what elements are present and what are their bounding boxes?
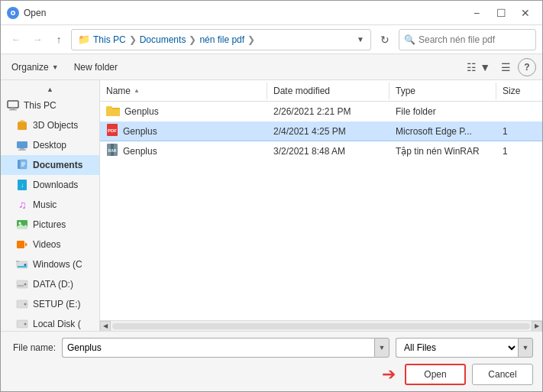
file-type-cell: Microsoft Edge P... — [389, 126, 496, 137]
file-name-cell: RAR Genplus — [100, 143, 267, 159]
svg-marker-23 — [25, 242, 27, 247]
toolbar: Organize ▼ New folder ☷ ▼ ☰ ? — [1, 54, 542, 80]
search-input[interactable] — [419, 34, 531, 45]
organize-button[interactable]: Organize ▼ — [7, 60, 63, 75]
svg-rect-9 — [20, 148, 24, 150]
close-button[interactable]: ✕ — [515, 4, 536, 22]
sidebar-item-local-disk[interactable]: Local Disk ( — [1, 314, 99, 331]
sidebar-item-music[interactable]: ♫ Music — [1, 195, 99, 215]
file-name: Genplus — [123, 146, 157, 157]
svg-text:RAR: RAR — [108, 148, 117, 153]
window-controls: − ☐ ✕ — [466, 4, 536, 22]
help-button[interactable]: ? — [518, 58, 536, 76]
col-header-type[interactable]: Type — [389, 83, 496, 99]
svg-point-25 — [24, 264, 27, 266]
col-header-size-label: Size — [503, 86, 520, 96]
main-area: ▲ This PC — [1, 80, 542, 331]
toolbar-right: ☷ ▼ ☰ ? — [463, 58, 536, 76]
svg-text:♫: ♫ — [18, 199, 27, 211]
svg-rect-5 — [9, 109, 17, 111]
svg-marker-7 — [18, 120, 27, 122]
file-list: Genplus 2/26/2021 2:21 PM File folder PD… — [100, 102, 542, 320]
arrow-indicator: ➔ — [382, 364, 396, 384]
svg-text:PDF: PDF — [108, 128, 117, 133]
sidebar-item-videos[interactable]: Videos — [1, 235, 99, 254]
svg-rect-27 — [16, 261, 19, 262]
col-header-date-label: Date modified — [273, 86, 330, 96]
back-button[interactable]: ← — [7, 31, 25, 49]
filename-input[interactable] — [62, 338, 374, 358]
sidebar-item-this-pc[interactable]: This PC — [1, 96, 99, 115]
sidebar-scroll-up[interactable]: ▲ — [1, 83, 99, 96]
file-date-cell: 2/4/2021 4:25 PM — [267, 126, 389, 137]
sidebar-item-3d-objects[interactable]: 3D Objects — [1, 115, 99, 135]
sidebar-item-setup[interactable]: SETUP (E:) — [1, 294, 99, 314]
col-header-size[interactable]: Size — [496, 83, 542, 99]
svg-text:↓: ↓ — [21, 182, 24, 189]
sidebar-item-data[interactable]: DATA (D:) — [1, 274, 99, 294]
cancel-button[interactable]: Cancel — [472, 364, 533, 385]
open-button-label: Open — [424, 369, 446, 380]
pdf-icon: PDF — [106, 123, 118, 139]
svg-rect-40 — [106, 106, 112, 110]
open-dialog: Open − ☐ ✕ ← → ↑ 📁 This PC ❯ Documents ❯… — [0, 0, 543, 392]
sort-asc-icon: ▲ — [134, 87, 140, 94]
file-name: Genplus — [123, 126, 157, 137]
sidebar-item-label: Downloads — [33, 180, 78, 190]
new-folder-button[interactable]: New folder — [69, 60, 122, 75]
forward-button[interactable]: → — [28, 31, 47, 49]
minimize-button[interactable]: − — [466, 4, 487, 22]
refresh-button[interactable]: ↻ — [374, 29, 396, 50]
table-row[interactable]: Genplus 2/26/2021 2:21 PM File folder — [100, 102, 542, 121]
filetype-dropdown-button[interactable]: ▼ — [518, 338, 533, 358]
videos-icon — [16, 238, 28, 251]
search-box: 🔍 — [399, 29, 536, 50]
scroll-left-button[interactable]: ◀ — [100, 321, 111, 332]
sidebar-item-documents[interactable]: Documents — [1, 155, 99, 175]
file-header: Name ▲ Date modified Type Size — [100, 80, 542, 102]
sidebar: ▲ This PC — [1, 80, 100, 331]
breadcrumb-dropdown[interactable]: ▼ — [357, 35, 364, 44]
organize-dropdown-arrow: ▼ — [52, 63, 59, 71]
local-disk-icon — [16, 318, 28, 330]
view-options-button[interactable]: ☷ ▼ — [463, 59, 494, 76]
scroll-right-button[interactable]: ▶ — [532, 321, 542, 332]
open-button[interactable]: Open — [405, 364, 466, 385]
bottom-bar: File name: ▼ All Files ▼ ➔ Open Cancel — [1, 331, 542, 391]
filetype-select[interactable]: All Files — [396, 338, 518, 358]
up-button[interactable]: ↑ — [50, 31, 68, 49]
sidebar-item-downloads[interactable]: ↓ Downloads — [1, 175, 99, 195]
sidebar-item-pictures[interactable]: Pictures — [1, 215, 99, 235]
pane-button[interactable]: ☰ — [497, 59, 515, 76]
breadcrumb-this-pc[interactable]: This PC — [93, 34, 126, 45]
music-icon: ♫ — [16, 199, 28, 211]
scroll-track[interactable] — [112, 323, 530, 329]
table-row[interactable]: PDF Genplus 2/4/2021 4:25 PM Microsoft E… — [100, 121, 542, 141]
filename-dropdown-button[interactable]: ▼ — [374, 338, 389, 358]
filename-input-wrapper: ▼ — [62, 338, 389, 358]
breadcrumb-icon: 📁 — [78, 34, 90, 45]
cancel-button-label: Cancel — [488, 369, 516, 380]
col-header-name[interactable]: Name ▲ — [100, 83, 267, 99]
breadcrumb-documents[interactable]: Documents — [140, 34, 186, 45]
file-type-cell: Tập tin nén WinRAR — [389, 146, 496, 157]
horizontal-scrollbar: ◀ ▶ — [100, 320, 542, 331]
new-folder-label: New folder — [74, 62, 118, 73]
col-header-date[interactable]: Date modified — [267, 83, 389, 99]
maximize-button[interactable]: ☐ — [490, 4, 512, 22]
svg-rect-8 — [17, 141, 27, 148]
svg-point-2 — [12, 11, 15, 14]
setup-drive-icon — [16, 298, 28, 310]
sidebar-item-windows[interactable]: Windows (C — [1, 254, 99, 274]
table-row[interactable]: RAR Genplus 3/2/2021 8:48 AM Tập tin nén… — [100, 141, 542, 161]
breadcrumb-current[interactable]: nén file pdf — [199, 34, 244, 45]
file-name-cell: Genplus — [100, 105, 267, 118]
sidebar-item-label: Windows (C — [33, 259, 82, 270]
svg-point-29 — [24, 283, 27, 286]
3d-icon — [16, 119, 28, 131]
folder-icon — [106, 105, 120, 118]
sidebar-item-desktop[interactable]: Desktop — [1, 135, 99, 155]
app-icon — [7, 7, 19, 19]
desktop-icon — [16, 139, 28, 151]
pictures-icon — [16, 219, 28, 231]
